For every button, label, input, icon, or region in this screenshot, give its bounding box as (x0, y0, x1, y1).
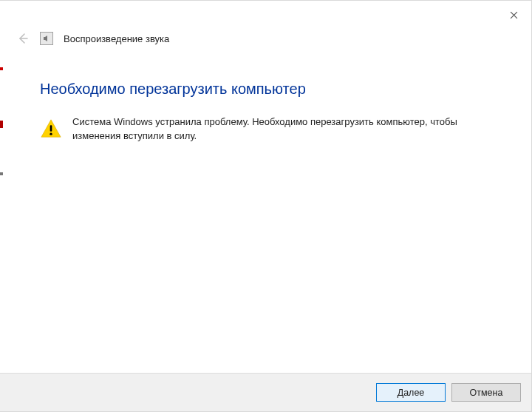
cancel-button[interactable]: Отмена (451, 383, 521, 402)
message-text: Система Windows устранила проблему. Необ… (72, 115, 493, 143)
message-row: Система Windows устранила проблему. Необ… (40, 115, 493, 143)
window-title: Воспроизведение звука (64, 33, 169, 44)
header-row: Воспроизведение звука (0, 29, 531, 48)
sound-troubleshooter-icon (40, 32, 53, 45)
close-icon[interactable] (503, 7, 524, 23)
main-heading: Необходимо перезагрузить компьютер (40, 81, 493, 98)
content-area: Необходимо перезагрузить компьютер Систе… (0, 48, 531, 373)
svg-point-2 (50, 132, 52, 135)
svg-rect-1 (50, 125, 52, 131)
back-arrow-icon (16, 32, 30, 45)
troubleshooter-dialog: Воспроизведение звука Необходимо перезаг… (0, 0, 532, 412)
titlebar (0, 1, 531, 29)
footer: Далее Отмена (0, 373, 531, 411)
warning-icon (40, 118, 62, 140)
next-button[interactable]: Далее (376, 383, 446, 402)
